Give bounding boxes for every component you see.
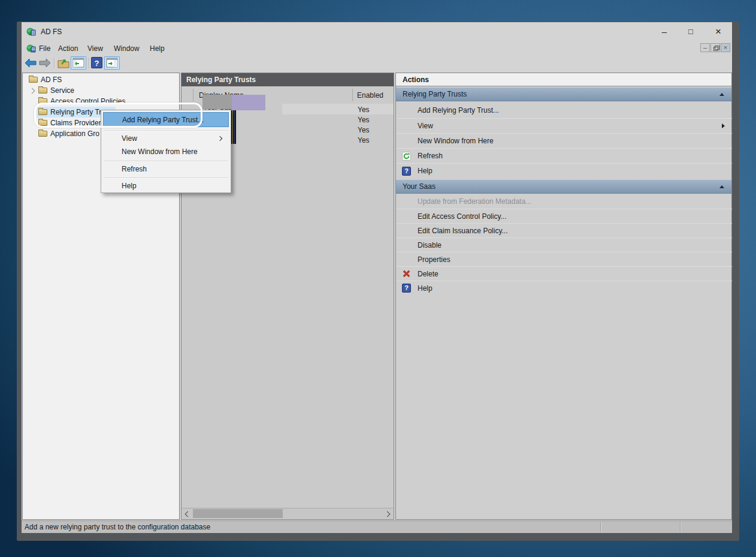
action-help[interactable]: ? Help xyxy=(397,163,732,178)
show-hide-action-pane-button[interactable] xyxy=(104,56,120,70)
action-delete[interactable]: Delete xyxy=(397,266,732,281)
status-separator xyxy=(600,522,601,532)
action-help-2[interactable]: ? Help xyxy=(397,281,732,295)
tree-item-service[interactable]: Service xyxy=(23,85,179,96)
expand-chevron-icon[interactable] xyxy=(29,88,35,94)
toolbar: ? xyxy=(22,55,732,71)
redaction-box-gray xyxy=(202,95,232,109)
help-icon: ? xyxy=(402,284,411,293)
action-pane-icon xyxy=(105,57,119,69)
folder-icon xyxy=(29,77,38,83)
menu-separator xyxy=(104,161,228,161)
window-title: AD FS xyxy=(41,28,62,36)
adfs-app-icon xyxy=(26,27,36,37)
horizontal-scrollbar[interactable] xyxy=(182,508,393,519)
toolbar-separator xyxy=(89,58,89,68)
tree-item-adfs[interactable]: AD FS xyxy=(23,74,179,85)
menu-action[interactable]: Action xyxy=(56,43,80,54)
enabled-cell[interactable]: Yes xyxy=(358,116,382,125)
close-button[interactable]: × xyxy=(709,25,727,39)
toolbar-help-icon[interactable]: ? xyxy=(91,57,102,68)
mdi-restore-button[interactable] xyxy=(710,43,720,52)
section-header-relying-party-trusts[interactable]: Relying Party Trusts xyxy=(396,88,731,101)
actions-panel-title: Actions xyxy=(403,76,429,84)
mdi-close-button[interactable]: × xyxy=(721,43,730,52)
export-list-icon[interactable] xyxy=(57,57,70,69)
desktop: AD FS – □ × File Action View Window Help… xyxy=(0,0,756,557)
mdi-minimize-button[interactable]: – xyxy=(700,43,710,52)
context-help[interactable]: Help xyxy=(103,179,229,192)
show-hide-console-tree-button[interactable] xyxy=(71,56,86,70)
toolbar-separator xyxy=(54,58,55,68)
help-icon: ? xyxy=(402,167,411,176)
menu-separator xyxy=(104,177,228,178)
action-refresh[interactable]: Refresh xyxy=(397,148,732,163)
menu-help[interactable]: Help xyxy=(148,43,167,54)
submenu-chevron-icon xyxy=(217,136,222,141)
column-divider[interactable] xyxy=(193,89,193,101)
status-separator xyxy=(680,522,681,532)
status-text: Add a new relying party trust to the con… xyxy=(25,523,210,531)
list-panel-title: Relying Party Trusts xyxy=(186,76,256,84)
scroll-right-icon xyxy=(385,511,391,517)
collapse-icon[interactable] xyxy=(719,185,724,188)
maximize-button[interactable]: □ xyxy=(682,25,700,39)
context-new-window-from-here[interactable]: New Window from Here xyxy=(103,145,229,158)
status-bar: Add a new relying party trust to the con… xyxy=(22,520,732,533)
refresh-icon xyxy=(402,152,411,161)
list-panel-header: Relying Party Trusts xyxy=(182,73,394,86)
collapse-icon[interactable] xyxy=(719,93,724,96)
action-edit-claim-issuance-policy[interactable]: Edit Claim Issuance Policy... xyxy=(397,223,732,237)
menu-view[interactable]: View xyxy=(86,43,105,54)
menu-separator xyxy=(104,130,228,131)
action-properties[interactable]: Properties xyxy=(397,252,732,266)
title-bar[interactable]: AD FS – □ × xyxy=(22,22,732,42)
delete-icon xyxy=(402,269,411,278)
enabled-cell[interactable]: Yes xyxy=(358,126,382,136)
enabled-cell[interactable]: Yes xyxy=(358,106,382,115)
minimize-button[interactable]: – xyxy=(655,25,673,39)
action-update-from-federation-metadata: Update from Federation Metadata... xyxy=(397,194,732,209)
column-header-enabled[interactable]: Enabled xyxy=(357,91,383,100)
forward-icon[interactable] xyxy=(38,57,52,69)
menu-bar: File Action View Window Help – × xyxy=(22,42,732,55)
action-disable[interactable]: Disable xyxy=(397,237,732,252)
scroll-left-button[interactable] xyxy=(182,508,192,519)
adfs-window: AD FS – □ × File Action View Window Help… xyxy=(22,22,732,533)
action-edit-access-control-policy[interactable]: Edit Access Control Policy... xyxy=(397,209,732,223)
action-add-relying-party-trust[interactable]: Add Relying Party Trust... xyxy=(397,103,732,118)
context-view[interactable]: View xyxy=(103,132,229,145)
folder-icon xyxy=(38,88,47,94)
back-icon[interactable] xyxy=(24,57,37,69)
adfs-mdi-icon xyxy=(26,44,36,53)
column-divider[interactable] xyxy=(352,89,353,101)
scroll-right-button[interactable] xyxy=(383,508,393,519)
section-header-your-saas[interactable]: Your Saas xyxy=(396,180,731,194)
action-view[interactable]: View xyxy=(397,118,732,133)
action-new-window-from-here[interactable]: New Window from Here xyxy=(397,133,732,148)
menu-window[interactable]: Window xyxy=(112,43,141,54)
highlight-annotation xyxy=(34,103,202,128)
enabled-cell[interactable]: Yes xyxy=(358,136,382,146)
submenu-arrow-icon xyxy=(722,124,725,128)
scroll-left-icon xyxy=(185,511,191,517)
folder-icon xyxy=(38,131,47,137)
menu-file[interactable]: File xyxy=(37,43,52,54)
scrollbar-thumb[interactable] xyxy=(193,509,283,518)
actions-panel-title-bar: Actions xyxy=(396,73,731,86)
context-refresh[interactable]: Refresh xyxy=(103,162,229,176)
console-tree-icon xyxy=(71,57,86,69)
actions-panel: Actions Relying Party Trusts Add Relying… xyxy=(395,73,732,520)
redaction-box-purple xyxy=(232,95,265,110)
